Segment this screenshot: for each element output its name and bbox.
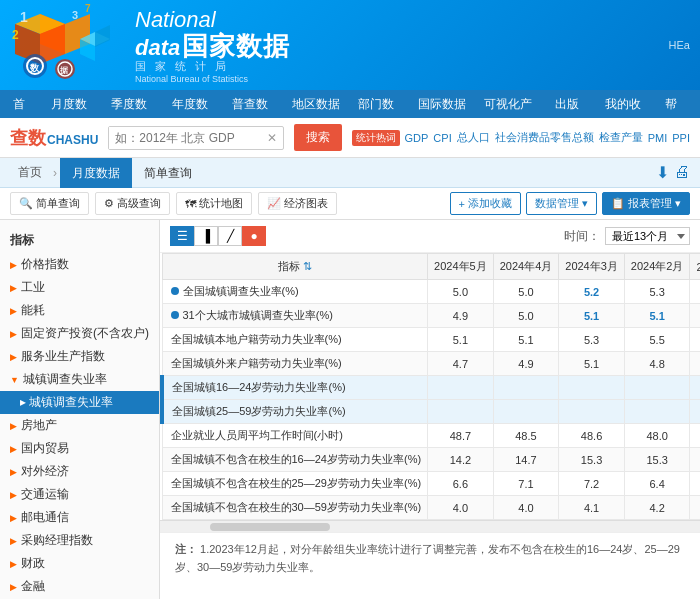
hot-tag-pmi[interactable]: PMI [648, 132, 668, 144]
logo-en: CHASHU [47, 133, 98, 147]
row7-v3: 48.6 [559, 424, 625, 448]
advanced-label: 高级查询 [117, 196, 161, 211]
sidebar-item-domestic-trade[interactable]: ▶ 国内贸易 [0, 437, 159, 460]
stat-map-btn[interactable]: 🗺 统计地图 [176, 192, 252, 215]
page-header: 1 2 3 7 数 据 National data 国家数据 国 家 统 计 局… [0, 0, 700, 90]
table-view-btn[interactable]: ☰ [170, 226, 194, 246]
nav-fav[interactable]: 我的收藏 [597, 90, 657, 118]
simple-query-btn[interactable]: 🔍 简单查询 [10, 192, 89, 215]
row9-indicator: 全国城镇不包含在校生的25—29岁劳动力失业率(%) [162, 472, 428, 496]
hot-tag-gdp[interactable]: GDP [405, 132, 429, 144]
sidebar-item-transport[interactable]: ▶ 交通运输 [0, 483, 159, 506]
nav-home[interactable]: 首页 [5, 90, 43, 118]
sort-icon[interactable]: ⇅ [303, 260, 312, 272]
row6-v2 [493, 400, 559, 424]
search-clear-icon[interactable]: ✕ [261, 127, 283, 149]
sidebar-item-urban-survey[interactable]: ▸ 城镇调查失业率 [0, 391, 159, 414]
hot-tag-pop[interactable]: 总人口 [457, 130, 490, 145]
sidebar-item-price[interactable]: ▶ 价格指数 [0, 253, 159, 276]
note-label: 注： [175, 543, 197, 555]
data-mgmt-arrow: ▾ [582, 197, 588, 210]
hot-tag-check[interactable]: 检查产量 [599, 130, 643, 145]
sidebar-title: 指标 [0, 228, 159, 253]
nav-viz[interactable]: 可视化产品 [476, 90, 547, 118]
header-org-en: National Bureau of Statistics [135, 74, 290, 84]
tab-monthly[interactable]: 月度数据 [60, 158, 132, 188]
nav-dept[interactable]: 部门数据 [350, 90, 410, 118]
row5-v3 [559, 376, 625, 400]
sidebar-item-foreign-econ[interactable]: ▶ 对外经济 [0, 460, 159, 483]
row9-v1: 6.6 [428, 472, 494, 496]
sidebar-item-service[interactable]: ▶ 服务业生产指数 [0, 345, 159, 368]
sidebar-item-unemployment[interactable]: ▼ 城镇调查失业率 [0, 368, 159, 391]
report-mgmt-btn[interactable]: 📋 报表管理 ▾ [602, 192, 690, 215]
hot-tag-retail[interactable]: 社会消费品零售总额 [495, 130, 594, 145]
header-cn-title: 国家数据 [182, 33, 290, 59]
row2-dot[interactable] [171, 311, 179, 319]
bar-chart-btn[interactable]: ▐ [194, 226, 218, 246]
pie-chart-btn[interactable]: ● [242, 226, 266, 246]
sidebar-transport-label: 交通运输 [21, 486, 69, 503]
row1-v4: 5.3 [624, 280, 690, 304]
col-indicator: 指标 ⇅ [162, 254, 428, 280]
arrow-icon6: ▶ [10, 513, 17, 523]
nav-annual[interactable]: 年度数据 [164, 90, 224, 118]
add-collection-btn[interactable]: + 添加收藏 [450, 192, 521, 215]
nav-monthly[interactable]: 月度数据 [43, 90, 103, 118]
arrow-icon2: ▶ [10, 421, 17, 431]
row4-v3: 5.1 [559, 352, 625, 376]
sidebar-price-label: 价格指数 [21, 256, 69, 273]
data-mgmt-btn[interactable]: 数据管理 ▾ [526, 192, 597, 215]
nav-region[interactable]: 地区数据▾ [284, 90, 350, 118]
econ-chart-btn[interactable]: 📈 经济图表 [258, 192, 337, 215]
arrow-icon7: ▶ [10, 536, 17, 546]
row6-v1 [428, 400, 494, 424]
sidebar-item-financial[interactable]: ▶ 金融 [0, 575, 159, 598]
row7-v5 [690, 424, 700, 448]
arrow-icon3: ▶ [10, 444, 17, 454]
sidebar-item-industry[interactable]: ▶ 工业 [0, 276, 159, 299]
row1-dot[interactable] [171, 287, 179, 295]
nav-help[interactable]: 帮助 [657, 90, 695, 118]
time-select[interactable]: 最近13个月 最近6个月 最近1年 最近3年 [605, 227, 690, 245]
row3-v4: 5.5 [624, 328, 690, 352]
sidebar-item-energy[interactable]: ▶ 能耗 [0, 299, 159, 322]
scroll-bar[interactable] [160, 520, 700, 532]
row5-v1 [428, 376, 494, 400]
nav-census[interactable]: 普查数据 [224, 90, 284, 118]
sidebar-foreign-label: 对外经济 [21, 463, 69, 480]
row10-v1: 4.0 [428, 496, 494, 520]
sidebar-item-finance[interactable]: ▶ 财政 [0, 552, 159, 575]
download-icon[interactable]: ⬇ [656, 163, 669, 182]
sidebar-item-pmi[interactable]: ▶ 采购经理指数 [0, 529, 159, 552]
nav-quarterly[interactable]: 季度数据 [103, 90, 163, 118]
line-chart-btn[interactable]: ╱ [218, 226, 242, 246]
sidebar-item-realestate[interactable]: ▶ 房地产 [0, 414, 159, 437]
table-row: 全国城镇不包含在校生的16—24岁劳动力失业率(%) 14.2 14.7 15.… [162, 448, 700, 472]
tab-home[interactable]: 首页 [10, 164, 50, 181]
row1-indicator: 全国城镇调查失业率(%) [162, 280, 428, 304]
header-national: National [135, 7, 216, 33]
sidebar-item-postal[interactable]: ▶ 邮电通信 [0, 506, 159, 529]
print-icon[interactable]: 🖨 [674, 163, 690, 182]
advanced-query-btn[interactable]: ⚙ 高级查询 [95, 192, 170, 215]
toolbar-right: + 添加收藏 数据管理 ▾ 📋 报表管理 ▾ [450, 192, 690, 215]
hot-tag-cpi[interactable]: CPI [433, 132, 451, 144]
row1-v2: 5.0 [493, 280, 559, 304]
search-input[interactable] [109, 127, 260, 149]
row7-v4: 48.0 [624, 424, 690, 448]
hot-tag-ppi[interactable]: PPI [672, 132, 690, 144]
nav-intl[interactable]: 国际数据▾ [410, 90, 476, 118]
arrow-icon: ▶ [10, 329, 17, 339]
arrow-icon4: ▶ [10, 467, 17, 477]
sidebar-item-fixed-asset[interactable]: ▶ 固定资产投资(不含农户) [0, 322, 159, 345]
search-button[interactable]: 搜索 [294, 124, 342, 151]
scroll-thumb[interactable] [210, 523, 330, 531]
sidebar-industry-label: 工业 [21, 279, 45, 296]
time-label: 时间： [564, 228, 600, 245]
sidebar-postal-label: 邮电通信 [21, 509, 69, 526]
nav-pub[interactable]: 出版物 [547, 90, 596, 118]
table-row: 企业就业人员周平均工作时间(小时) 48.7 48.5 48.6 48.0 [162, 424, 700, 448]
tab-simple-query[interactable]: 简单查询 [132, 158, 204, 188]
row8-v1: 14.2 [428, 448, 494, 472]
